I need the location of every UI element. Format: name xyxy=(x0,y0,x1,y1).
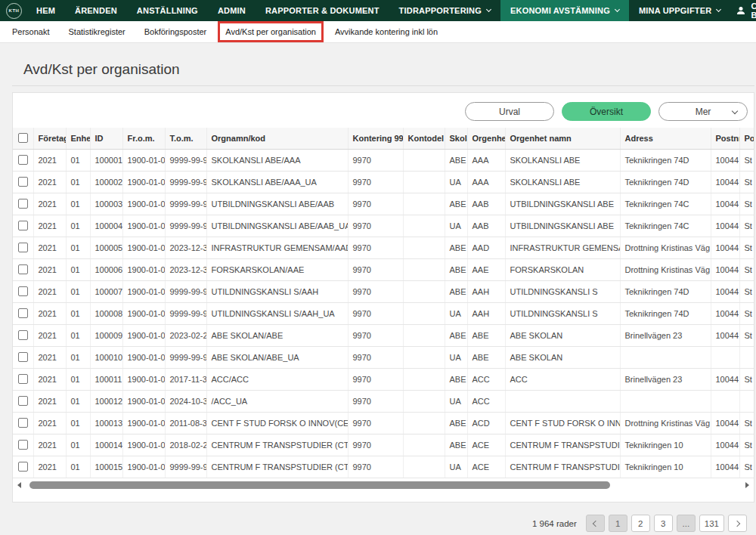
select-all-checkbox[interactable] xyxy=(18,133,28,143)
nav-item-hem[interactable]: HEM xyxy=(26,0,65,21)
tab-personakt[interactable]: Personakt xyxy=(12,27,50,36)
nav-item--renden[interactable]: ÄRENDEN xyxy=(65,0,127,21)
table-cell: 01 xyxy=(66,149,90,171)
row-checkbox[interactable] xyxy=(18,177,28,187)
row-checkbox[interactable] xyxy=(18,462,28,472)
pagination-buttons: 123...131 xyxy=(586,515,747,532)
table-cell: Teknikringen 74D xyxy=(620,280,711,302)
table-cell: 10044 xyxy=(711,237,739,258)
table-cell: 9970 xyxy=(348,149,403,171)
table-cell xyxy=(403,193,445,215)
pagination-page-2[interactable]: 2 xyxy=(631,515,650,532)
user-menu[interactable]: CAMILLA BLOMGREN xyxy=(730,2,756,20)
urval-button[interactable]: Urval xyxy=(465,102,554,121)
pagination-page-1[interactable]: 1 xyxy=(609,515,627,532)
scrollbar-thumb[interactable] xyxy=(29,481,610,489)
table-cell: AAD xyxy=(467,237,505,258)
table-cell xyxy=(403,368,445,390)
column-header: Kontering 9970 xyxy=(348,128,403,149)
table-cell: 100008 xyxy=(90,302,122,324)
nav-item-ekonomi-avst-mning[interactable]: EKONOMI AVSTÄMNING xyxy=(500,0,629,21)
row-checkbox[interactable] xyxy=(18,352,28,362)
table-body: 2021011000011900-01-019999-99-99SKOLKANS… xyxy=(13,149,754,478)
tab-statistikregister[interactable]: Statistikregister xyxy=(69,27,125,36)
row-checkbox[interactable] xyxy=(18,374,28,384)
table-cell: 100002 xyxy=(90,171,122,193)
table-cell xyxy=(505,390,620,412)
pagination-page-3[interactable]: 3 xyxy=(654,515,673,532)
table-cell: 2021 xyxy=(33,193,66,215)
row-checkbox[interactable] xyxy=(18,221,28,230)
row-checkbox[interactable] xyxy=(18,199,28,209)
pagination-next-button[interactable] xyxy=(728,515,747,532)
table-cell: St xyxy=(739,324,754,346)
row-select-cell xyxy=(13,258,33,280)
table-row: 2021011000091900-01-012023-02-28ABE SKOL… xyxy=(13,324,754,346)
scroll-left-arrow-icon[interactable] xyxy=(17,482,21,488)
tab-bokf-ringsposter[interactable]: Bokföringsposter xyxy=(144,27,207,36)
table-cell: SKOLKANSLI ABE xyxy=(505,171,620,193)
table-cell: Brinellvägen 23 xyxy=(620,324,711,346)
table-cell: 100013 xyxy=(90,412,122,434)
tab-avvikande-kontering-inkl-l-n[interactable]: Avvikande kontering inkl lön xyxy=(335,27,438,36)
table-cell: 1900-01-01 xyxy=(122,302,165,324)
table-cell: 01 xyxy=(66,346,90,368)
table-cell: 2021 xyxy=(33,302,66,324)
row-checkbox[interactable] xyxy=(18,264,28,274)
table-cell: UA xyxy=(445,215,467,237)
row-checkbox[interactable] xyxy=(18,440,28,450)
nav-item-anst-llning[interactable]: ANSTÄLLNING xyxy=(127,0,208,21)
table-cell: 2021 xyxy=(33,215,66,237)
table-cell: UTILDNINGSKANSLI S/AAH xyxy=(206,280,348,302)
table-row: 2021011000111900-01-012017-11-30ACC/ACC9… xyxy=(13,368,754,390)
table-cell: UTBILDNINGSKANSLI ABE xyxy=(505,193,620,215)
nav-item-admin[interactable]: ADMIN xyxy=(208,0,256,21)
table-cell: 1900-01-01 xyxy=(122,368,165,390)
table-cell: FORSKARSKOLAN/AAE xyxy=(206,258,348,280)
title-row: Avd/Kst per organisation xyxy=(0,43,756,78)
pagination-page-131[interactable]: 131 xyxy=(699,515,724,532)
org-table: FöretagEnhetIDFr.o.m.T.o.m.Orgnamn/kodKo… xyxy=(13,128,754,478)
row-checkbox[interactable] xyxy=(18,243,28,252)
table-cell: UTILDNINGSKANSLI S xyxy=(505,280,620,302)
mer-button[interactable]: Mer xyxy=(658,102,748,121)
table-cell: ABE xyxy=(445,434,467,456)
table-cell: 1900-01-01 xyxy=(122,171,165,193)
row-checkbox[interactable] xyxy=(18,286,28,296)
nav-item-rapporter-dokument[interactable]: RAPPORTER & DOKUMENT xyxy=(256,0,389,21)
kth-logo[interactable]: KTH xyxy=(0,0,26,21)
row-checkbox[interactable] xyxy=(18,330,28,340)
pagination-prev-button[interactable] xyxy=(586,515,605,532)
table-cell: 2021 xyxy=(33,280,66,302)
table-cell: /ACC_UA xyxy=(206,390,348,412)
table-cell: 01 xyxy=(66,434,90,456)
table-cell: 2021 xyxy=(33,324,66,346)
column-header: Kontodel 2 xyxy=(403,128,445,149)
table-cell: ABE SKOLAN xyxy=(505,324,620,346)
content-card: Urval Översikt Mer FöretagEnhetIDFr.o.m.… xyxy=(12,92,754,503)
table-cell: Teknikringen 10 xyxy=(620,456,711,478)
user-area: CAMILLA BLOMGREN ? xyxy=(730,0,756,21)
row-checkbox[interactable] xyxy=(18,308,28,318)
table-cell: 2021 xyxy=(33,346,66,368)
row-checkbox[interactable] xyxy=(18,396,28,406)
oversikt-button[interactable]: Översikt xyxy=(562,102,651,121)
row-checkbox[interactable] xyxy=(18,418,28,428)
scroll-right-arrow-icon[interactable] xyxy=(745,482,749,488)
table-cell: 2023-12-31 xyxy=(165,237,206,258)
table-cell: 01 xyxy=(66,456,90,478)
table-cell: INFRASTRUKTUR GEMENSAM xyxy=(505,237,620,258)
tab-avd-kst-per-organisation[interactable]: Avd/Kst per organisation xyxy=(225,27,316,36)
horizontal-scrollbar[interactable] xyxy=(14,481,752,490)
table-cell: UA xyxy=(445,302,467,324)
table-cell xyxy=(711,346,739,368)
nav-item-tidrapportering[interactable]: TIDRAPPORTERING xyxy=(389,0,500,21)
table-cell: ACC xyxy=(467,390,505,412)
nav-item-mina-uppgifter[interactable]: MINA UPPGIFTER xyxy=(629,0,731,21)
table-cell: St xyxy=(739,456,754,478)
table-cell xyxy=(403,258,445,280)
table-cell xyxy=(403,302,445,324)
person-icon xyxy=(736,6,745,15)
table-cell: AAA xyxy=(467,149,505,171)
row-checkbox[interactable] xyxy=(18,155,28,165)
